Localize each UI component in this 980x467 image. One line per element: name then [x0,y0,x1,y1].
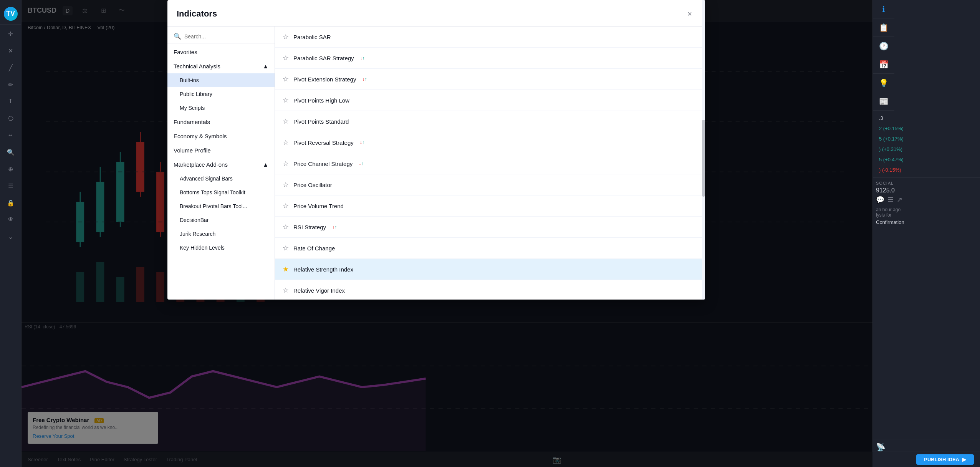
modal-overlay: Indicators × 🔍 Favorites [22,0,872,467]
nav-item-fundamentals[interactable]: Fundamentals [167,115,275,129]
watchlist-tool[interactable]: ☰ [3,178,18,194]
right-icon-news[interactable]: 📰 [873,92,894,111]
result-name: Parabolic SAR Strategy [293,55,354,61]
nav-item-volume-profile[interactable]: Volume Profile [167,143,275,157]
star-icon[interactable]: ☆ [283,286,289,295]
nav-sub-bottoms-tops[interactable]: Bottoms Tops Signal Toolkit [167,185,275,199]
right-icon-alert[interactable]: 🕐 [873,37,894,55]
right-icon-idea[interactable]: 💡 [873,74,894,92]
star-icon[interactable]: ☆ [283,223,289,231]
result-name: Parabolic SAR [293,34,331,40]
star-icon[interactable]: ☆ [283,96,289,104]
nav-section-marketplace[interactable]: Marketplace Add-ons ▲ [167,157,275,172]
star-icon[interactable]: ☆ [283,181,289,189]
result-name: Price Volume Trend [293,203,344,209]
search-bar: 🔍 [167,30,275,43]
right-icon-calendar[interactable]: 📅 [873,55,894,74]
result-item[interactable]: ☆Pivot Extension Strategy↓↑ [275,69,705,90]
price-display: .3 [876,114,977,123]
chat-icon[interactable]: 💬 [876,195,884,204]
text-tool[interactable]: T [3,94,18,109]
patterns-tool[interactable]: ⎔ [3,111,18,126]
result-item[interactable]: ☆Price Oscillator [275,174,705,195]
analysis-label: lysis for [876,212,977,218]
result-item[interactable]: ☆Pivot Reversal Strategy↓↑ [275,132,705,153]
nav-sub-key-hidden[interactable]: Key Hidden Levels [167,241,275,255]
lock-tool[interactable]: 🔒 [3,195,18,210]
analysis-text: lysis for [876,212,892,218]
publish-button[interactable]: PUBLISH IDEA ▶ [916,454,974,465]
result-item[interactable]: ★Relative Strength Index [275,259,705,280]
result-name: RSI Strategy [293,224,326,230]
eye-tool[interactable]: 👁 [3,212,18,227]
result-name: Pivot Points Standard [293,118,349,125]
my-scripts-label: My Scripts [180,105,205,111]
result-item[interactable]: ☆Relative Vigor Index [275,280,705,300]
result-item[interactable]: ☆Rate Of Change [275,238,705,259]
list-icon[interactable]: ☰ [887,195,894,204]
share-icon[interactable]: ↗ [897,195,902,204]
builtins-label: Built-ins [180,77,199,83]
nav-sub-jurik[interactable]: Jurik Research [167,227,275,241]
nav-sub-decisionbar[interactable]: DecisionBar [167,213,275,227]
close-button[interactable]: × [684,8,696,20]
search-input[interactable] [184,33,268,40]
nav-sub-breakout[interactable]: Breakout Pivotal Bars Tool... [167,199,275,213]
result-item[interactable]: ☆Parabolic SAR [275,26,705,48]
scrollbar-track[interactable] [702,26,705,300]
nav-sub-advanced-signal[interactable]: Advanced Signal Bars [167,172,275,185]
technical-analysis-label: Technical Analysis [174,63,220,70]
nav-sub-public-library[interactable]: Public Library [167,87,275,101]
strategy-arrows: ↓↑ [360,140,364,145]
star-icon[interactable]: ★ [283,265,289,273]
nav-sub-my-scripts[interactable]: My Scripts [167,101,275,115]
app-logo[interactable]: TV [4,7,18,21]
nav-item-favorites[interactable]: Favorites [167,45,275,59]
result-item[interactable]: ☆Pivot Points High Low [275,90,705,111]
star-icon[interactable]: ☆ [283,138,289,147]
star-icon[interactable]: ☆ [283,202,289,210]
logo-area: TV [0,3,22,25]
crosshair-tool[interactable]: ✕ [3,43,18,58]
magnifier-tool[interactable]: ⊕ [3,161,18,177]
price-change-3: ) (+0.31%) [876,145,977,154]
advanced-signal-label: Advanced Signal Bars [180,176,233,182]
zoom-tool[interactable]: 🔍 [3,144,18,160]
star-icon[interactable]: ☆ [283,54,289,62]
time-ago-text: an hour ago [876,207,901,212]
star-icon[interactable]: ☆ [283,159,289,168]
nav-item-economy[interactable]: Economy & Symbols [167,129,275,143]
right-icon-watchlist[interactable]: 📋 [873,18,894,37]
signal-icon[interactable]: 📡 [876,442,977,452]
result-item[interactable]: ☆Parabolic SAR Strategy↓↑ [275,48,705,69]
price-change-4: 5 (+0.47%) [876,155,977,164]
indicators-body: 🔍 Favorites Technical Analysis ▲ [167,26,705,300]
nav-sub-builtins[interactable]: Built-ins [167,73,275,87]
nav-section-technical[interactable]: Technical Analysis ▲ [167,59,275,73]
key-hidden-label: Key Hidden Levels [180,245,225,251]
right-icon-info[interactable]: ℹ [873,0,894,18]
cursor-tool[interactable]: ✛ [3,26,18,41]
result-item[interactable]: ☆RSI Strategy↓↑ [275,217,705,238]
star-icon[interactable]: ☆ [283,117,289,126]
star-icon[interactable]: ☆ [283,244,289,252]
favorites-label: Favorites [174,49,197,55]
result-item[interactable]: ☆Pivot Points Standard [275,111,705,132]
measure-tool[interactable]: ↔ [3,128,18,143]
publish-play-icon: ▶ [962,457,966,462]
result-item[interactable]: ☆Price Volume Trend [275,195,705,217]
star-icon[interactable]: ☆ [283,33,289,41]
scrollbar-thumb[interactable] [702,120,705,197]
result-name: Rate Of Change [293,245,335,252]
economy-label: Economy & Symbols [174,133,227,139]
trend-line-tool[interactable]: ╱ [3,60,18,75]
price-change-5: ) (-0.15%) [876,166,977,174]
star-icon[interactable]: ☆ [283,75,289,83]
price-change-1: 2 (+0.15%) [876,124,977,133]
drawing-tool[interactable]: ✏ [3,77,18,92]
result-item[interactable]: ☆Price Channel Strategy↓↑ [275,153,705,174]
technical-chevron-icon: ▲ [263,63,268,70]
time-ago: an hour ago [876,207,977,212]
bottoms-tops-label: Bottoms Tops Signal Toolkit [180,189,245,195]
chevron-down-tool[interactable]: ⌄ [3,229,18,244]
